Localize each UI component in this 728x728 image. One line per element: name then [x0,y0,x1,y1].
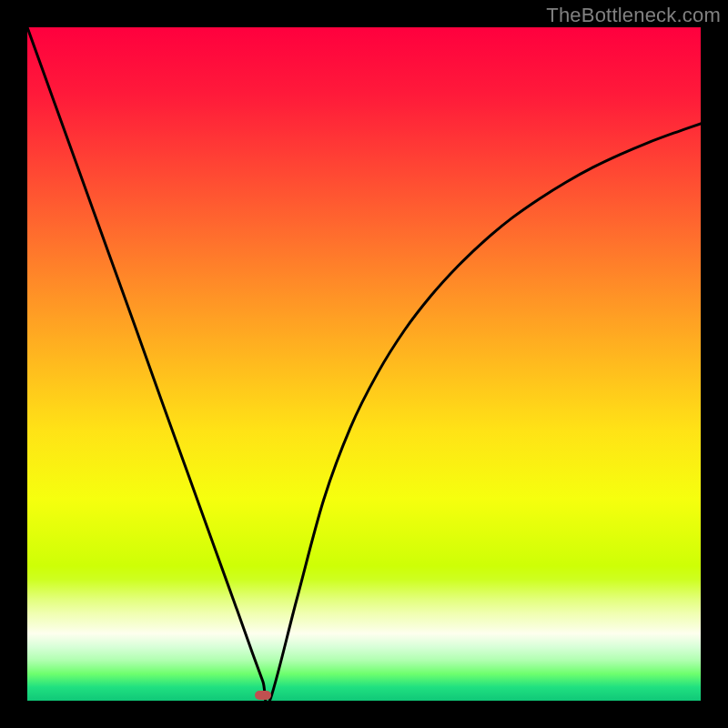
curve-svg [27,27,701,701]
watermark-text: TheBottleneck.com [546,4,721,27]
plot-area [27,27,701,701]
chart-container: TheBottleneck.com [0,0,728,728]
curve-path [27,27,701,701]
minimum-marker [255,691,271,700]
